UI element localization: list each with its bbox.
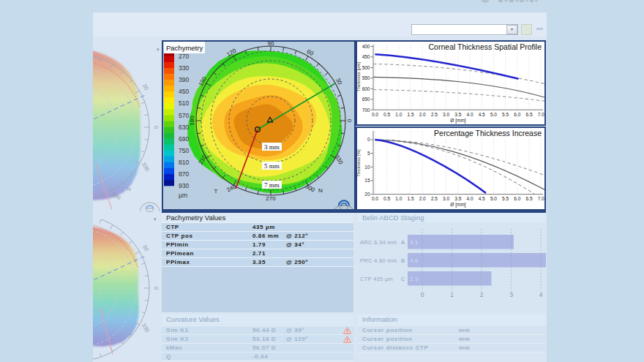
svg-text:15: 15 [364, 178, 370, 183]
svg-text:90: 90 [268, 42, 274, 47]
svg-text:0: 0 [153, 126, 160, 129]
svg-text:270: 270 [266, 195, 276, 202]
svg-text:330: 330 [141, 323, 151, 333]
svg-text:4.5: 4.5 [479, 196, 485, 201]
svg-text:1.5: 1.5 [407, 112, 413, 117]
svg-text:Ø [mm]: Ø [mm] [450, 202, 465, 208]
svg-text:A: A [401, 239, 405, 246]
svg-text:µm: µm [179, 192, 187, 199]
svg-text:180: 180 [189, 116, 195, 126]
svg-text:690: 690 [179, 135, 189, 143]
svg-text:330: 330 [179, 64, 189, 72]
svg-text:400: 400 [362, 44, 370, 49]
svg-text:4.0: 4.0 [466, 112, 473, 117]
svg-text:B: B [401, 257, 405, 264]
svg-text:2.0: 2.0 [419, 196, 426, 201]
svg-text:Corneal Thickness Spatial Prof: Corneal Thickness Spatial Profile [429, 42, 542, 51]
svg-text:N: N [318, 187, 323, 194]
svg-text:2: 2 [480, 291, 484, 298]
svg-text:5.5: 5.5 [502, 196, 509, 201]
svg-text:6.0: 6.0 [514, 196, 520, 201]
svg-text:5 mm: 5 mm [264, 162, 280, 170]
svg-text:630: 630 [179, 124, 189, 131]
svg-text:10: 10 [364, 165, 370, 170]
svg-text:3.0: 3.0 [443, 112, 449, 117]
svg-text:Thickness [%]: Thickness [%] [357, 149, 361, 177]
svg-text:0.5: 0.5 [383, 112, 390, 117]
svg-text:600: 600 [362, 86, 370, 91]
svg-text:5: 5 [367, 151, 370, 156]
svg-text:4.8: 4.8 [410, 257, 419, 264]
svg-text:4.5: 4.5 [479, 112, 485, 117]
svg-text:390: 390 [179, 76, 189, 83]
svg-text:6.0: 6.0 [514, 112, 520, 117]
svg-text:550: 550 [362, 75, 370, 80]
svg-text:270: 270 [179, 53, 189, 60]
svg-text:Pachymetry: Pachymetry [166, 44, 203, 52]
svg-text:570: 570 [179, 112, 189, 119]
svg-text:30: 30 [334, 77, 344, 86]
svg-text:4: 4 [539, 291, 543, 298]
svg-text:4.0: 4.0 [466, 196, 473, 201]
svg-text:20: 20 [364, 192, 370, 197]
svg-text:Percentage Thickness Increase: Percentage Thickness Increase [434, 129, 542, 137]
svg-text:ARC 6.34 mm: ARC 6.34 mm [360, 239, 397, 246]
svg-text:30: 30 [141, 83, 150, 91]
svg-text:5.0: 5.0 [490, 112, 497, 117]
svg-text:5.0: 5.0 [490, 196, 497, 201]
svg-text:5.5: 5.5 [502, 112, 509, 117]
svg-text:0.5: 0.5 [383, 196, 390, 201]
svg-text:1.5: 1.5 [407, 196, 413, 201]
svg-text:500: 500 [362, 65, 370, 70]
svg-text:1.0: 1.0 [395, 112, 402, 117]
svg-text:0.0: 0.0 [372, 112, 378, 117]
svg-text:Thickness [µm]: Thickness [µm] [357, 61, 361, 91]
svg-text:0.0: 0.0 [372, 196, 378, 201]
svg-text:450: 450 [362, 54, 370, 59]
svg-text:1.0: 1.0 [395, 196, 402, 201]
svg-text:7 mm: 7 mm [264, 181, 280, 189]
svg-text:650: 650 [362, 97, 370, 102]
svg-text:510: 510 [179, 99, 189, 107]
svg-text:6.5: 6.5 [525, 112, 532, 117]
svg-text:30: 30 [141, 244, 150, 252]
svg-text:930: 930 [179, 182, 189, 189]
svg-text:2.3: 2.3 [410, 276, 419, 282]
svg-text:3: 3 [509, 291, 513, 298]
svg-text:300: 300 [304, 183, 317, 194]
svg-text:870: 870 [179, 170, 189, 178]
svg-text:PRC 4.80 mm: PRC 4.80 mm [360, 257, 397, 264]
svg-text:0: 0 [346, 119, 353, 123]
svg-text:330: 330 [334, 154, 345, 166]
svg-text:2.5: 2.5 [431, 112, 438, 117]
svg-text:2.5: 2.5 [431, 196, 438, 201]
svg-text:0: 0 [367, 137, 370, 142]
svg-text:CTP 435 µm: CTP 435 µm [360, 276, 393, 282]
svg-text:N: N [127, 186, 130, 192]
svg-text:1: 1 [450, 291, 454, 298]
svg-text:330: 330 [141, 162, 151, 173]
svg-text:Ø [mm]: Ø [mm] [450, 118, 465, 124]
svg-text:0: 0 [421, 291, 424, 298]
svg-text:700: 700 [362, 108, 370, 113]
svg-text:0: 0 [153, 287, 160, 290]
svg-text:810: 810 [179, 159, 189, 166]
svg-text:7.0: 7.0 [538, 196, 544, 201]
svg-text:3.5: 3.5 [454, 112, 461, 117]
svg-text:3 mm: 3 mm [264, 143, 280, 151]
svg-text:6.5: 6.5 [525, 196, 532, 201]
svg-text:60: 60 [306, 48, 315, 58]
svg-text:450: 450 [179, 88, 189, 95]
svg-text:T: T [214, 188, 218, 195]
svg-text:7.0: 7.0 [538, 112, 544, 117]
svg-text:3.0: 3.0 [443, 196, 449, 201]
svg-text:3.5: 3.5 [454, 196, 461, 201]
svg-text:2.0: 2.0 [419, 112, 426, 117]
svg-text:3.1: 3.1 [410, 239, 419, 246]
svg-text:C: C [401, 276, 405, 282]
svg-text:750: 750 [179, 147, 189, 154]
